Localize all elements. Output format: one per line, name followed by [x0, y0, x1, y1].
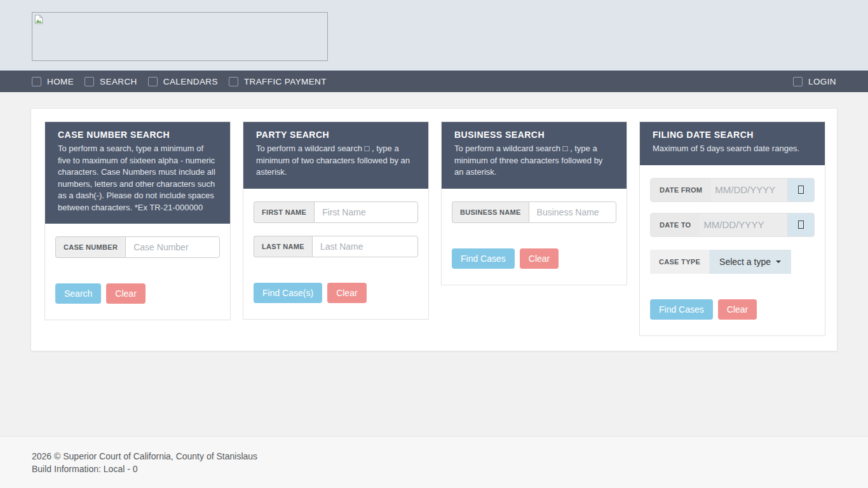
page-footer: 2026 © Superior Court of California, Cou… [0, 436, 868, 488]
case-type-selected-value: Select a type [719, 257, 771, 267]
case-type-input-group: CASE TYPE Select a type [650, 250, 791, 274]
nav-item-label: CALENDARS [163, 77, 218, 86]
panel-body: CASE NUMBER Search Clear [45, 224, 230, 320]
case-number-label: CASE NUMBER [55, 236, 125, 258]
footer-build-info: Build Information: Local - 0 [32, 463, 836, 475]
panel-body: BUSINESS NAME Find Cases Clear [442, 189, 627, 285]
last-name-label: LAST NAME [254, 236, 312, 257]
business-name-input-group: BUSINESS NAME [452, 201, 616, 223]
nav-item-label: HOME [47, 77, 74, 86]
party-clear-button[interactable]: Clear [327, 283, 366, 303]
date-from-calendar-button[interactable] [787, 179, 814, 201]
nav-item-traffic-payment[interactable]: TRAFFIC PAYMENT [229, 77, 327, 86]
panel-description: To perform a search, type a minimum of f… [58, 143, 217, 214]
date-to-input-group: DATE TO [650, 213, 815, 237]
first-name-label: FIRST NAME [254, 201, 314, 223]
panel-body: DATE FROM DATE TO CASE TYPE S [640, 165, 825, 336]
panel-header: CASE NUMBER SEARCH To perform a search, … [45, 122, 230, 224]
filing-date-clear-button[interactable]: Clear [718, 299, 757, 320]
panel-description: To perform a wildcard search □ , type a … [454, 143, 614, 179]
panel-header: PARTY SEARCH To perform a wildcard searc… [243, 122, 428, 189]
case-number-search-panel: CASE NUMBER SEARCH To perform a search, … [44, 121, 231, 320]
last-name-input-group: LAST NAME [254, 236, 418, 257]
nav-right: LOGIN [793, 77, 836, 86]
panel-title: PARTY SEARCH [256, 130, 416, 140]
footer-copyright: 2026 © Superior Court of California, Cou… [32, 450, 836, 463]
nav-item-login[interactable]: LOGIN [793, 77, 836, 86]
business-find-cases-button[interactable]: Find Cases [452, 248, 515, 269]
site-logo[interactable] [32, 12, 328, 61]
main-nav: HOME SEARCH CALENDARS TRAFFIC PAYMENT LO… [0, 71, 868, 92]
panel-description: Maximum of 5 days search date ranges. [653, 143, 812, 155]
case-number-search-button[interactable]: Search [55, 283, 101, 304]
case-number-input-group: CASE NUMBER [55, 236, 220, 258]
search-card: CASE NUMBER SEARCH To perform a search, … [31, 108, 837, 351]
date-to-input[interactable] [700, 214, 787, 236]
panel-header: BUSINESS SEARCH To perform a wildcard se… [442, 122, 627, 189]
calendars-icon [148, 77, 158, 86]
nav-item-label: LOGIN [808, 77, 836, 86]
traffic-payment-icon [229, 77, 238, 86]
panel-title: FILING DATE SEARCH [653, 130, 812, 140]
panel-title: CASE NUMBER SEARCH [58, 130, 217, 140]
nav-left: HOME SEARCH CALENDARS TRAFFIC PAYMENT [32, 77, 327, 86]
last-name-input[interactable] [312, 236, 418, 257]
date-from-input-group: DATE FROM [650, 178, 815, 202]
panel-title: BUSINESS SEARCH [454, 130, 614, 140]
first-name-input-group: FIRST NAME [254, 201, 418, 223]
broken-image-icon [34, 15, 43, 24]
nav-item-calendars[interactable]: CALENDARS [148, 77, 218, 86]
button-row: Find Cases Clear [650, 299, 815, 320]
login-icon [793, 77, 803, 86]
search-icon [85, 77, 94, 86]
case-number-input[interactable] [125, 236, 220, 258]
site-header [0, 0, 868, 71]
case-type-label: CASE TYPE [650, 250, 709, 274]
nav-item-search[interactable]: SEARCH [85, 77, 137, 86]
business-name-input[interactable] [529, 201, 616, 223]
caret-down-icon [776, 261, 781, 263]
party-find-cases-button[interactable]: Find Case(s) [254, 283, 322, 303]
case-number-clear-button[interactable]: Clear [106, 283, 145, 304]
button-row: Find Case(s) Clear [254, 283, 418, 303]
panel-header: FILING DATE SEARCH Maximum of 5 days sea… [640, 122, 825, 165]
date-from-input[interactable] [711, 179, 787, 201]
filing-date-search-panel: FILING DATE SEARCH Maximum of 5 days sea… [639, 121, 825, 336]
party-search-panel: PARTY SEARCH To perform a wildcard searc… [243, 121, 429, 320]
business-name-label: BUSINESS NAME [452, 201, 529, 223]
nav-item-label: SEARCH [100, 77, 137, 86]
panel-body: FIRST NAME LAST NAME Find Case(s) Clear [243, 189, 428, 319]
first-name-input[interactable] [314, 201, 418, 223]
button-row: Search Clear [55, 283, 220, 304]
button-row: Find Cases Clear [452, 248, 616, 269]
calendar-icon [798, 186, 804, 194]
date-to-label: DATE TO [651, 214, 700, 236]
nav-item-home[interactable]: HOME [32, 77, 74, 86]
date-to-calendar-button[interactable] [787, 214, 814, 236]
business-clear-button[interactable]: Clear [520, 248, 559, 269]
business-search-panel: BUSINESS SEARCH To perform a wildcard se… [441, 121, 627, 285]
filing-date-find-cases-button[interactable]: Find Cases [650, 299, 713, 320]
case-type-dropdown[interactable]: Select a type [709, 250, 791, 274]
home-icon [32, 77, 41, 86]
panel-description: To perform a wildcard search □ , type a … [256, 143, 416, 179]
calendar-icon [798, 220, 804, 229]
date-from-label: DATE FROM [651, 179, 711, 201]
nav-item-label: TRAFFIC PAYMENT [244, 77, 327, 86]
main-content: CASE NUMBER SEARCH To perform a search, … [0, 92, 868, 436]
